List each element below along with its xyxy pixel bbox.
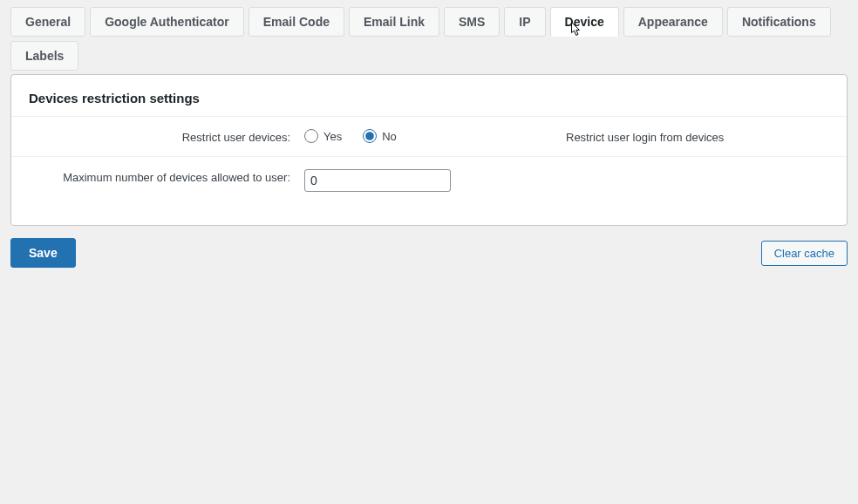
row-max-devices: Maximum number of devices allowed to use… (11, 157, 847, 204)
tab-google-authenticator[interactable]: Google Authenticator (90, 7, 244, 37)
label-max-devices: Maximum number of devices allowed to use… (29, 169, 304, 184)
input-max-devices[interactable] (304, 169, 451, 192)
tab-email-code[interactable]: Email Code (249, 7, 344, 37)
settings-panel: Devices restriction settings Restrict us… (10, 74, 848, 226)
clear-cache-button[interactable]: Clear cache (761, 241, 848, 266)
radio-yes-label: Yes (323, 130, 342, 143)
tab-general[interactable]: General (10, 7, 85, 37)
tab-labels[interactable]: Labels (10, 41, 78, 71)
radio-no-label: No (382, 130, 397, 143)
tab-sms[interactable]: SMS (444, 7, 500, 37)
section-title: Devices restriction settings (11, 91, 847, 117)
action-bar: Save Clear cache (10, 238, 848, 268)
radio-option-yes[interactable]: Yes (304, 129, 342, 143)
cursor-pointer-icon (568, 21, 583, 42)
desc-restrict-devices: Restrict user login from devices (566, 129, 829, 144)
row-restrict-devices: Restrict user devices: Yes No Restrict u… (11, 117, 847, 157)
tab-email-link[interactable]: Email Link (349, 7, 439, 37)
tab-ip[interactable]: IP (504, 7, 545, 37)
tab-bar: General Google Authenticator Email Code … (10, 7, 848, 71)
tab-device[interactable]: Device (550, 7, 619, 37)
radio-yes[interactable] (304, 129, 318, 143)
tab-appearance[interactable]: Appearance (623, 7, 723, 37)
save-button[interactable]: Save (10, 238, 76, 268)
radio-no[interactable] (363, 129, 377, 143)
radio-option-no[interactable]: No (363, 129, 397, 143)
desc-max-devices (566, 169, 829, 171)
tab-notifications[interactable]: Notifications (727, 7, 831, 37)
label-restrict-devices: Restrict user devices: (29, 129, 304, 144)
